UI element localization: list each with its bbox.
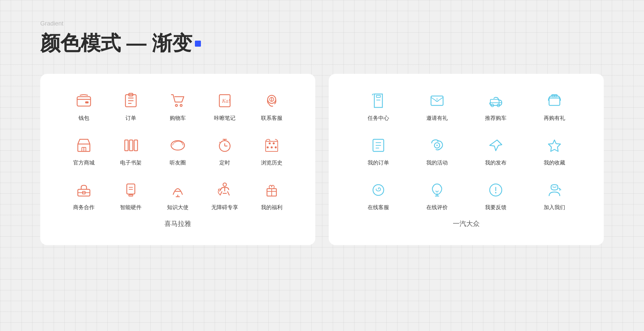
svg-point-31	[275, 146, 277, 148]
svg-point-28	[273, 142, 275, 144]
list-item: 邀请有礼	[408, 91, 466, 122]
repurchase-icon	[544, 91, 565, 111]
svg-rect-18	[129, 140, 133, 151]
join-icon	[544, 180, 565, 200]
fawvw-brand-label: 一汽大众	[349, 219, 584, 228]
svg-rect-19	[134, 140, 138, 151]
header-subtitle: Gradient	[40, 20, 201, 27]
svg-point-73	[495, 192, 496, 193]
svg-rect-1	[85, 101, 89, 103]
invite-icon	[427, 91, 447, 111]
card-himalaya: 钱包 订单	[40, 74, 315, 245]
list-item: 我要反馈	[466, 180, 525, 211]
list-item: 我的活动	[408, 135, 466, 167]
list-item: 钱包	[60, 91, 107, 122]
timer-label: 定时	[219, 159, 230, 167]
store-label: 官方商城	[73, 159, 95, 167]
card-fawvw: 任务中心 邀请有礼	[329, 74, 604, 245]
svg-point-30	[267, 146, 269, 148]
svg-rect-0	[77, 97, 91, 106]
svg-point-47	[223, 183, 226, 186]
list-item: 推荐购车	[466, 91, 525, 122]
order-label: 订单	[125, 115, 136, 122]
task-label: 任务中心	[368, 115, 389, 122]
welfare-icon	[262, 180, 282, 200]
notes-icon: Ka!	[215, 91, 235, 111]
header-title: 颜色模式 — 渐变	[40, 30, 201, 57]
history-label: 浏览历史	[261, 159, 282, 167]
knowledge-label: 知识大使	[167, 204, 189, 211]
list-item: 我的订单	[349, 135, 408, 167]
myorder-icon	[368, 135, 388, 155]
svg-rect-55	[431, 96, 443, 105]
support-label: 联系客服	[261, 115, 282, 122]
business-icon	[74, 180, 94, 200]
list-item: 听友圈	[154, 135, 201, 167]
timer-icon	[215, 135, 235, 155]
collect-label: 我的收藏	[544, 159, 565, 167]
friends-icon	[168, 135, 188, 155]
list-item: 官方商城	[60, 135, 107, 167]
invite-label: 邀请有礼	[426, 115, 448, 122]
cart-label: 购物车	[170, 115, 186, 122]
publish-icon	[486, 135, 506, 155]
list-item: 无障碍专享	[201, 180, 248, 211]
notes-label: 咔嚓笔记	[214, 115, 235, 122]
wallet-icon	[74, 91, 94, 111]
svg-point-7	[175, 104, 177, 106]
svg-point-27	[269, 142, 271, 144]
feedback-icon	[486, 180, 506, 200]
list-item: 商务合作	[60, 180, 107, 211]
list-item: 我的收藏	[525, 135, 584, 167]
svg-point-48	[218, 189, 220, 191]
himalaya-icon-grid: 钱包 订单	[60, 91, 295, 211]
support-icon	[262, 91, 282, 111]
svg-rect-54	[376, 95, 380, 97]
list-item: 我的福利	[248, 180, 295, 211]
evaluate-icon	[427, 180, 447, 200]
service-label: 在线客服	[368, 204, 389, 211]
store-icon	[74, 135, 94, 155]
history-icon	[262, 135, 282, 155]
list-item: 在线评价	[408, 180, 466, 211]
business-label: 商务合作	[73, 204, 95, 211]
list-item: 知识大使	[154, 180, 201, 211]
list-item: 浏览历史	[248, 135, 295, 167]
list-item: 我的发布	[466, 135, 525, 167]
svg-point-68	[436, 145, 438, 146]
svg-line-26	[219, 142, 220, 143]
fawvw-icon-grid: 任务中心 邀请有礼	[349, 91, 584, 211]
himalaya-brand-label: 喜马拉雅	[60, 219, 295, 228]
order-icon	[121, 91, 141, 111]
list-item: Ka! 咔嚓笔记	[201, 91, 248, 122]
service-icon	[368, 180, 388, 200]
list-item: 智能硬件	[107, 180, 154, 211]
svg-rect-17	[125, 140, 128, 151]
cart-icon	[168, 91, 188, 111]
recommend-label: 推荐购车	[485, 115, 506, 122]
barrier-icon	[215, 180, 235, 200]
myorder-label: 我的订单	[368, 159, 389, 167]
books-label: 电子书架	[120, 159, 142, 167]
repurchase-label: 再购有礼	[544, 115, 565, 122]
activity-icon	[427, 135, 447, 155]
list-item: 在线客服	[349, 180, 408, 211]
list-item: 联系客服	[248, 91, 295, 122]
list-item: 再购有礼	[525, 91, 584, 122]
svg-rect-60	[549, 98, 560, 105]
task-icon	[368, 91, 388, 111]
list-item: 任务中心	[349, 91, 408, 122]
page-header: Gradient 颜色模式 — 渐变	[40, 20, 201, 57]
knowledge-icon	[168, 180, 188, 200]
list-item: 加入我们	[525, 180, 584, 211]
svg-point-69	[373, 185, 384, 195]
hardware-icon	[121, 180, 141, 200]
hardware-label: 智能硬件	[120, 204, 142, 211]
svg-point-20	[171, 141, 184, 150]
svg-point-8	[180, 104, 182, 106]
barrier-label: 无障碍专享	[211, 204, 238, 211]
collect-icon	[544, 135, 565, 155]
list-item: 定时	[201, 135, 248, 167]
list-item: 电子书架	[107, 135, 154, 167]
wallet-label: 钱包	[78, 115, 89, 122]
